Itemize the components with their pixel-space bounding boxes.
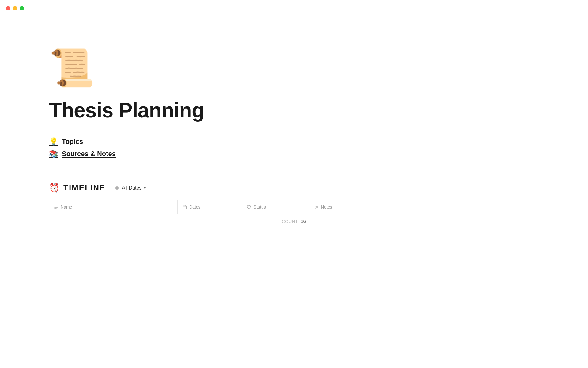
- dates-column-label: Dates: [189, 205, 201, 209]
- nav-links: 💡 Topics 📚 Sources & Notes: [49, 137, 539, 158]
- sources-notes-label: Sources & Notes: [62, 150, 116, 158]
- topics-icon: 💡: [49, 137, 58, 146]
- filter-label: All Dates: [122, 185, 141, 191]
- count-row: COUNT 16: [49, 214, 539, 229]
- text-icon: [54, 205, 58, 209]
- grid-icon: [115, 186, 119, 190]
- svg-rect-3: [117, 188, 119, 190]
- timeline-title-group: ⏰ TIMELINE: [49, 183, 105, 193]
- timeline-filter-button[interactable]: All Dates ▾: [111, 183, 149, 193]
- notes-column-label: Notes: [321, 205, 332, 209]
- timeline-header: ⏰ TIMELINE All Dates ▾: [49, 183, 539, 193]
- name-column-label: Name: [61, 205, 72, 209]
- count-label: COUNT: [282, 219, 298, 224]
- column-header-dates: Dates: [178, 200, 242, 214]
- arrow-upright-icon: [314, 205, 318, 209]
- calendar-icon: [183, 205, 187, 209]
- svg-rect-2: [115, 188, 117, 190]
- chevron-down-icon: ▾: [144, 186, 146, 190]
- table-header: Name Dates: [49, 200, 539, 214]
- status-column-label: Status: [254, 205, 266, 209]
- timeline-title: TIMELINE: [63, 183, 105, 193]
- count-value: 16: [301, 219, 306, 224]
- svg-rect-1: [117, 186, 119, 188]
- column-header-name: Name: [49, 200, 178, 214]
- column-header-status: Status: [242, 200, 309, 214]
- timeline-clock-icon: ⏰: [49, 183, 60, 193]
- svg-rect-4: [183, 206, 187, 209]
- timeline-section: ⏰ TIMELINE All Dates ▾: [49, 183, 539, 229]
- column-header-notes: Notes: [309, 200, 539, 214]
- nav-link-topics[interactable]: 💡 Topics: [49, 137, 539, 146]
- svg-rect-0: [115, 186, 117, 188]
- page-icon: 📜: [49, 49, 539, 86]
- topics-label: Topics: [62, 138, 83, 146]
- page-title: Thesis Planning: [49, 98, 539, 122]
- heart-icon: [247, 205, 251, 209]
- main-content: 📜 Thesis Planning 💡 Topics 📚 Sources & N…: [0, 0, 588, 368]
- sources-notes-icon: 📚: [49, 150, 58, 158]
- nav-link-sources-notes[interactable]: 📚 Sources & Notes: [49, 150, 539, 158]
